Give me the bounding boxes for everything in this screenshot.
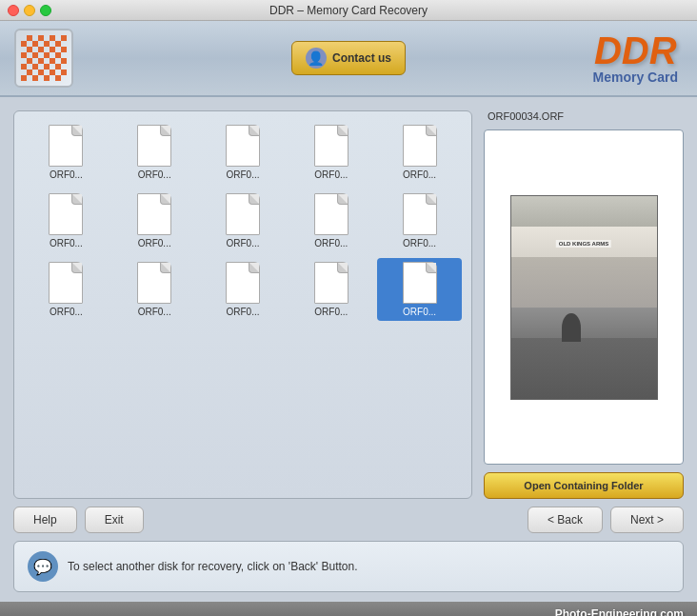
brand-area: DDR Memory Card	[593, 31, 678, 85]
file-label: ORF0...	[50, 307, 83, 317]
file-icon	[314, 262, 348, 304]
file-icon	[49, 125, 83, 167]
file-item[interactable]: ORF0...	[201, 121, 286, 184]
header: 👤 Contact us DDR Memory Card	[0, 21, 697, 97]
preview-image-inner	[511, 196, 657, 399]
info-bar: 💬 To select another disk for recovery, c…	[13, 541, 684, 592]
file-icon-body	[137, 193, 171, 235]
preview-image	[510, 195, 658, 400]
info-message: To select another disk for recovery, cli…	[68, 560, 358, 573]
file-label: ORF0...	[138, 307, 171, 317]
file-item[interactable]: ORF0...	[112, 258, 197, 321]
file-label: ORF0...	[226, 238, 259, 248]
app-logo	[14, 29, 73, 88]
file-label: ORF0...	[138, 238, 171, 248]
file-icon	[314, 193, 348, 235]
file-item[interactable]: ORF0...	[24, 121, 109, 184]
file-icon-body	[137, 262, 171, 304]
file-icon	[137, 262, 171, 304]
title-bar: DDR – Memory Card Recovery	[0, 0, 697, 21]
file-icon	[226, 193, 260, 235]
file-item[interactable]: ORF0...	[112, 189, 197, 252]
file-label: ORF0...	[50, 169, 83, 180]
file-icon	[226, 262, 260, 304]
file-icon	[403, 193, 437, 235]
file-label: ORF0...	[314, 307, 348, 317]
file-icon-body	[49, 193, 83, 235]
file-icon	[403, 262, 437, 304]
file-icon-body	[314, 125, 348, 167]
window-title: DDR – Memory Card Recovery	[269, 4, 428, 17]
file-item[interactable]: ORF0...	[24, 189, 109, 252]
window-controls	[8, 5, 51, 16]
bottom-bar: Help Exit < Back Next >	[0, 507, 697, 541]
file-item[interactable]: ORF0...	[24, 258, 109, 321]
file-item[interactable]: ORF0...	[201, 189, 286, 252]
info-icon: 💬	[28, 551, 58, 582]
file-icon-body	[403, 193, 437, 235]
next-button[interactable]: Next >	[610, 507, 684, 533]
file-icon	[403, 125, 437, 167]
file-icon-body	[314, 262, 348, 304]
exit-button[interactable]: Exit	[85, 507, 144, 533]
ddr-subtitle: Memory Card	[593, 70, 678, 85]
file-item[interactable]: ORF0...	[201, 258, 286, 321]
file-label: ORF0...	[226, 307, 259, 317]
back-button[interactable]: < Back	[528, 507, 603, 533]
file-label: ORF0...	[50, 238, 83, 248]
file-grid: ORF0...ORF0...ORF0...ORF0...ORF0...ORF0.…	[24, 121, 462, 321]
close-button[interactable]	[8, 5, 19, 16]
file-label: ORF0...	[314, 169, 348, 180]
file-item[interactable]: ORF0...	[377, 121, 462, 184]
file-item[interactable]: ORF0...	[112, 121, 197, 184]
preview-filename: ORF00034.ORF	[484, 110, 684, 122]
file-icon	[314, 125, 348, 167]
minimize-button[interactable]	[24, 5, 35, 16]
footer-text: Photo-Engineering.com	[555, 607, 684, 616]
file-item[interactable]: ORF0...	[289, 121, 373, 184]
file-item[interactable]: ORF0...	[377, 258, 462, 321]
help-button[interactable]: Help	[13, 507, 77, 533]
preview-panel: ORF00034.ORF Open Containing Folder	[484, 110, 684, 499]
file-label: ORF0...	[403, 307, 436, 317]
file-grid-container[interactable]: ORF0...ORF0...ORF0...ORF0...ORF0...ORF0.…	[13, 110, 472, 499]
contact-icon: 👤	[306, 48, 327, 69]
ddr-title: DDR	[593, 31, 678, 70]
logo-checker-icon	[21, 35, 67, 81]
file-label: ORF0...	[138, 169, 171, 180]
file-icon	[226, 125, 260, 167]
file-item[interactable]: ORF0...	[289, 189, 373, 252]
maximize-button[interactable]	[40, 5, 51, 16]
file-icon-body	[226, 262, 260, 304]
file-icon-body	[226, 125, 260, 167]
file-item[interactable]: ORF0...	[377, 189, 462, 252]
file-icon-body	[49, 125, 83, 167]
preview-box	[484, 129, 684, 465]
file-label: ORF0...	[403, 238, 436, 248]
file-label: ORF0...	[314, 238, 348, 248]
file-label: ORF0...	[226, 169, 259, 180]
contact-label: Contact us	[332, 51, 391, 65]
open-folder-button[interactable]: Open Containing Folder	[484, 472, 684, 499]
file-icon-body	[403, 262, 437, 304]
file-item[interactable]: ORF0...	[289, 258, 373, 321]
file-icon-body	[49, 262, 83, 304]
file-icon	[137, 193, 171, 235]
file-icon	[49, 262, 83, 304]
file-icon	[49, 193, 83, 235]
contact-button[interactable]: 👤 Contact us	[291, 41, 406, 75]
file-icon-body	[403, 125, 437, 167]
file-icon-body	[314, 193, 348, 235]
file-icon	[137, 125, 171, 167]
file-label: ORF0...	[403, 169, 436, 180]
footer: Photo-Engineering.com	[0, 602, 697, 616]
file-icon-body	[137, 125, 171, 167]
file-icon-body	[226, 193, 260, 235]
main-content: ORF0...ORF0...ORF0...ORF0...ORF0...ORF0.…	[0, 97, 697, 507]
